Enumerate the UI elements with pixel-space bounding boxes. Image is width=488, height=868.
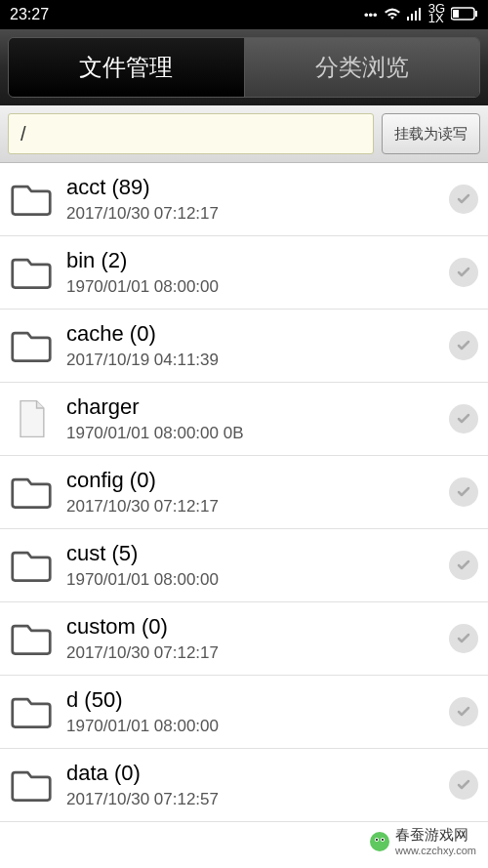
folder-icon	[10, 178, 53, 221]
select-checkbox[interactable]	[449, 477, 478, 507]
file-name: bin (2)	[66, 248, 435, 273]
svg-point-6	[376, 839, 378, 841]
folder-icon	[10, 471, 53, 514]
watermark-url: www.czchxy.com	[395, 845, 476, 856]
file-name: cache (0)	[66, 321, 435, 347]
svg-rect-1	[475, 11, 477, 17]
select-checkbox[interactable]	[449, 185, 478, 214]
file-info: cache (0)2017/10/19 04:11:39	[66, 321, 435, 370]
mount-rw-button[interactable]: 挂载为读写	[382, 113, 480, 154]
file-meta: 1970/01/01 08:00:00	[66, 570, 435, 590]
file-meta: 2017/10/30 07:12:17	[66, 204, 435, 224]
svg-rect-2	[453, 10, 459, 18]
status-bar: 23:27 ••• 3G1X	[0, 0, 488, 29]
file-name: charger	[66, 394, 435, 420]
file-info: charger1970/01/01 08:00:00 0B	[66, 394, 435, 443]
file-item[interactable]: charger1970/01/01 08:00:00 0B	[0, 383, 488, 456]
file-meta: 2017/10/30 07:12:57	[66, 790, 435, 809]
file-name: custom (0)	[66, 614, 435, 640]
folder-icon	[10, 324, 53, 367]
file-info: bin (2)1970/01/01 08:00:00	[66, 248, 435, 297]
file-meta: 2017/10/30 07:12:17	[66, 643, 435, 663]
path-bar: 挂载为读写	[0, 105, 488, 163]
select-checkbox[interactable]	[449, 697, 478, 726]
tab-file-manage[interactable]: 文件管理	[9, 38, 245, 97]
file-meta: 1970/01/01 08:00:00	[66, 717, 435, 736]
select-checkbox[interactable]	[449, 624, 478, 653]
file-meta: 2017/10/19 04:11:39	[66, 351, 435, 370]
watermark: 春蚕游戏网 www.czchxy.com	[366, 824, 478, 858]
file-info: custom (0)2017/10/30 07:12:17	[66, 614, 435, 663]
svg-point-7	[382, 839, 384, 841]
svg-point-3	[370, 832, 389, 851]
file-info: d (50)1970/01/01 08:00:00	[66, 687, 435, 736]
file-info: acct (89)2017/10/30 07:12:17	[66, 175, 435, 224]
status-time: 23:27	[10, 6, 49, 23]
file-item[interactable]: config (0)2017/10/30 07:12:17	[0, 456, 488, 529]
battery-icon	[451, 7, 478, 23]
folder-icon	[10, 544, 53, 587]
watermark-title: 春蚕游戏网	[395, 826, 476, 845]
tabs: 文件管理 分类浏览	[8, 37, 480, 98]
status-icons: ••• 3G1X	[364, 5, 478, 24]
file-info: config (0)2017/10/30 07:12:17	[66, 468, 435, 517]
file-name: cust (5)	[66, 541, 435, 566]
silkworm-icon	[368, 830, 391, 853]
file-name: config (0)	[66, 468, 435, 493]
file-meta: 2017/10/30 07:12:17	[66, 497, 435, 517]
file-list[interactable]: acct (89)2017/10/30 07:12:17bin (2)1970/…	[0, 163, 488, 822]
tabs-container: 文件管理 分类浏览	[0, 29, 488, 105]
select-checkbox[interactable]	[449, 258, 478, 287]
path-input[interactable]	[8, 113, 374, 154]
more-icon: •••	[364, 8, 378, 22]
folder-icon	[10, 690, 53, 733]
folder-icon	[10, 764, 53, 806]
file-icon	[10, 397, 53, 440]
file-item[interactable]: custom (0)2017/10/30 07:12:17	[0, 602, 488, 676]
file-item[interactable]: bin (2)1970/01/01 08:00:00	[0, 236, 488, 310]
signal-icon	[407, 7, 423, 23]
file-info: cust (5)1970/01/01 08:00:00	[66, 541, 435, 590]
select-checkbox[interactable]	[449, 551, 478, 580]
folder-icon	[10, 617, 53, 660]
wifi-icon	[384, 7, 401, 23]
file-item[interactable]: d (50)1970/01/01 08:00:00	[0, 676, 488, 749]
file-meta: 1970/01/01 08:00:00 0B	[66, 424, 435, 443]
file-meta: 1970/01/01 08:00:00	[66, 277, 435, 297]
file-name: d (50)	[66, 687, 435, 713]
file-name: data (0)	[66, 761, 435, 786]
tab-category-browse[interactable]: 分类浏览	[245, 38, 480, 97]
folder-icon	[10, 251, 53, 294]
file-item[interactable]: acct (89)2017/10/30 07:12:17	[0, 163, 488, 236]
file-item[interactable]: cust (5)1970/01/01 08:00:00	[0, 529, 488, 602]
file-name: acct (89)	[66, 175, 435, 200]
file-item[interactable]: data (0)2017/10/30 07:12:57	[0, 749, 488, 822]
select-checkbox[interactable]	[449, 404, 478, 434]
select-checkbox[interactable]	[449, 331, 478, 360]
select-checkbox[interactable]	[449, 770, 478, 800]
file-info: data (0)2017/10/30 07:12:57	[66, 761, 435, 809]
network-label: 3G1X	[428, 5, 445, 24]
file-item[interactable]: cache (0)2017/10/19 04:11:39	[0, 310, 488, 383]
